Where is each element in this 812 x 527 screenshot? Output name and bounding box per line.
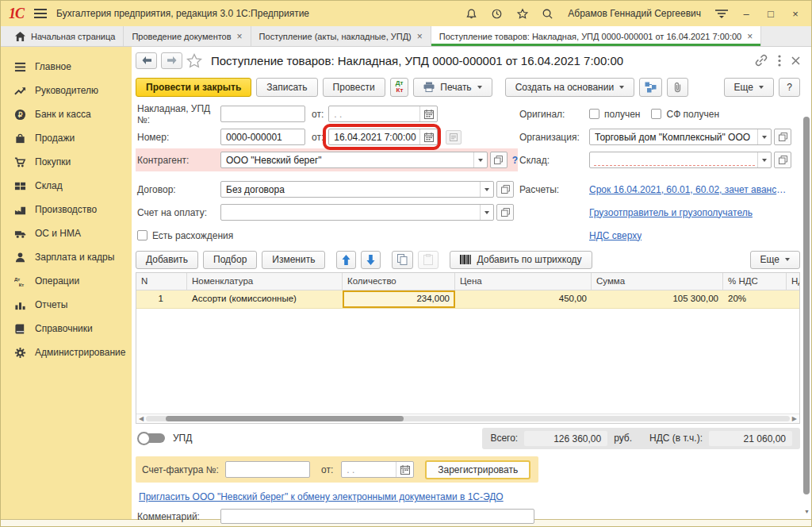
print-button[interactable]: Печать	[413, 78, 492, 97]
tab-goods-receipt-document[interactable]: Поступление товаров: Накладная, УПД 0000…	[431, 26, 761, 46]
counterparty-help-icon[interactable]: ?	[512, 155, 518, 166]
table-more-button[interactable]: Еще	[750, 251, 800, 269]
sf-received-checkbox[interactable]	[651, 109, 661, 119]
table-row[interactable]: 1 Ассорти (комиссионные) 234,000 450,00 …	[136, 290, 799, 309]
counterparty-open-button[interactable]	[490, 152, 508, 168]
register-invoice-button[interactable]: Зарегистрировать	[425, 460, 530, 479]
sidebar-item-main[interactable]: Главное	[1, 55, 132, 79]
sidebar-item-fixed-assets[interactable]: ОС и НМА	[1, 221, 132, 245]
more-menu-icon[interactable]	[778, 55, 781, 67]
horizontal-scrollbar[interactable]: ◀ ▶	[136, 414, 799, 423]
cell-price[interactable]: 450,00	[455, 290, 592, 308]
sidebar-item-bank-cash[interactable]: ₽ Банк и касса	[1, 102, 132, 126]
calendar-icon[interactable]	[396, 462, 413, 477]
schedule-icon-button[interactable]	[446, 130, 462, 144]
copy-button[interactable]	[392, 251, 413, 269]
document-date-input[interactable]: 16.04.2021 7:00:00	[328, 129, 438, 145]
favorites-star-icon[interactable]	[515, 7, 529, 21]
search-icon[interactable]	[541, 7, 554, 21]
sidebar-item-administration[interactable]: Администрирование	[1, 340, 132, 364]
post-button[interactable]: Провести	[323, 78, 385, 97]
cell-vat[interactable]	[787, 290, 799, 308]
contract-open-button[interactable]	[496, 181, 514, 198]
dropdown-arrow-icon[interactable]	[757, 129, 771, 144]
service-menu-icon[interactable]	[714, 7, 728, 21]
sidebar-item-production[interactable]: Производство	[1, 198, 132, 221]
col-header-quantity[interactable]: Количество	[343, 273, 455, 290]
attachments-button[interactable]	[667, 78, 688, 97]
counterparty-combo[interactable]: ООО "Невский берег"	[220, 152, 488, 168]
tab-document-posting[interactable]: Проведение документов ×	[124, 26, 251, 46]
organization-open-button[interactable]	[774, 129, 791, 145]
minimize-button[interactable]: –	[740, 9, 753, 19]
pick-button[interactable]: Подбор	[203, 251, 257, 269]
related-documents-button[interactable]	[639, 78, 662, 97]
sidebar-item-reports[interactable]: Отчеты	[1, 293, 132, 317]
col-header-sum[interactable]: Сумма	[592, 273, 723, 290]
invoice-date-input[interactable]: . .	[328, 106, 438, 122]
invoice-factura-input[interactable]	[225, 461, 310, 478]
col-header-nomenclature[interactable]: Номенклатура	[187, 273, 343, 290]
payment-invoice-open-button[interactable]	[496, 204, 514, 221]
help-button[interactable]: ?	[779, 78, 800, 97]
original-received-checkbox[interactable]	[589, 109, 599, 119]
favorite-star-icon[interactable]	[186, 53, 202, 68]
tab-home[interactable]: Начальная страница	[7, 26, 124, 46]
invoice-no-input[interactable]	[220, 106, 305, 122]
cell-sum[interactable]: 105 300,00	[592, 290, 723, 308]
vertical-scrollbar[interactable]: ▼	[802, 48, 810, 516]
add-row-button[interactable]: Добавить	[136, 251, 198, 269]
calendar-icon[interactable]	[419, 129, 437, 144]
col-header-vat[interactable]: НДС	[787, 273, 799, 290]
notifications-bell-icon[interactable]	[465, 7, 478, 21]
cell-quantity-selected[interactable]: 234,000	[343, 290, 455, 308]
cell-nomenclature[interactable]: Ассорти (комиссионные)	[187, 290, 343, 308]
move-up-button[interactable]	[336, 251, 356, 269]
calendar-icon[interactable]	[419, 106, 437, 121]
sidebar-item-payroll-hr[interactable]: Зарплата и кадры	[1, 245, 132, 269]
sidebar-item-purchases[interactable]: Покупки	[1, 150, 132, 174]
edit-button[interactable]: Изменить	[262, 251, 325, 269]
forward-button[interactable]	[161, 52, 182, 69]
more-button[interactable]: Еще	[724, 78, 774, 97]
tab-close-icon[interactable]: ×	[747, 31, 753, 42]
create-based-on-button[interactable]: Создать на основании	[505, 78, 635, 97]
maximize-button[interactable]: □	[764, 9, 777, 19]
col-header-n[interactable]: N	[136, 273, 187, 290]
tab-close-icon[interactable]: ×	[417, 31, 423, 42]
table-empty-area[interactable]	[136, 309, 799, 414]
tab-receipts-list[interactable]: Поступление (акты, накладные, УПД) ×	[251, 26, 431, 46]
comment-input[interactable]	[220, 509, 534, 524]
hscroll-thumb[interactable]	[166, 416, 404, 421]
col-header-vat-rate[interactable]: % НДС	[723, 273, 787, 290]
move-down-button[interactable]	[361, 251, 381, 269]
dropdown-arrow-icon[interactable]	[473, 152, 487, 167]
sidebar-item-sales[interactable]: Продажи	[1, 126, 132, 150]
dropdown-arrow-icon[interactable]	[480, 182, 493, 197]
scroll-down-arrow-icon[interactable]: ▼	[804, 509, 810, 514]
add-by-barcode-button[interactable]: Добавить по штрихкоду	[450, 251, 592, 269]
history-icon[interactable]	[490, 7, 504, 21]
back-button[interactable]	[136, 52, 157, 69]
warehouse-combo[interactable]	[589, 152, 772, 168]
edo-invite-link[interactable]: Пригласить ООО "Невский берег" к обмену …	[139, 491, 504, 502]
dropdown-arrow-icon[interactable]	[757, 152, 771, 167]
discrepancies-checkbox[interactable]	[137, 230, 147, 240]
main-menu-icon[interactable]	[33, 7, 47, 21]
close-window-button[interactable]: ×	[789, 9, 802, 19]
shipper-consignee-link[interactable]: Грузоотправитель и грузополучатель	[589, 207, 753, 218]
sidebar-item-directories[interactable]: Справочники	[1, 317, 132, 340]
sidebar-item-warehouse[interactable]: Склад	[1, 174, 132, 198]
contract-combo[interactable]: Без договора	[220, 181, 494, 198]
dropdown-arrow-icon[interactable]	[480, 205, 493, 220]
vat-on-top-link[interactable]: НДС сверху	[589, 230, 642, 241]
get-link-icon[interactable]	[755, 54, 768, 67]
scroll-right-arrow-icon[interactable]: ▶	[792, 416, 797, 422]
sidebar-item-operations[interactable]: ДтКт Операции	[1, 269, 132, 293]
post-and-close-button[interactable]: Провести и закрыть	[136, 78, 251, 97]
number-input[interactable]: 0000-000001	[220, 129, 305, 145]
sidebar-item-manager[interactable]: Руководителю	[1, 79, 132, 102]
col-header-price[interactable]: Цена	[455, 273, 592, 290]
show-postings-dtkt-button[interactable]: ДтКт	[390, 78, 409, 97]
warehouse-open-button[interactable]	[774, 152, 791, 168]
